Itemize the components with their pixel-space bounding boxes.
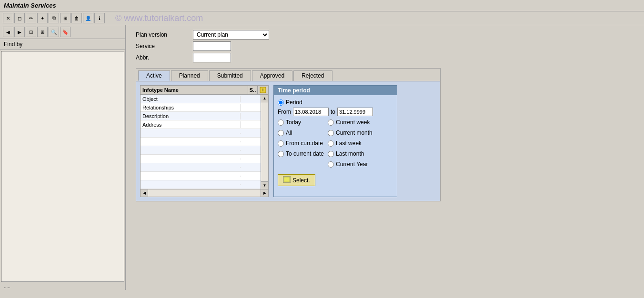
- all-label: All: [286, 129, 292, 136]
- table-rows: Object Relationships: [141, 95, 261, 189]
- edit-btn[interactable]: ✏: [26, 13, 36, 23]
- last-week-radio[interactable]: [328, 140, 334, 147]
- plan-version-select[interactable]: Current plan Plan 1 Plan 2: [193, 30, 269, 40]
- infotype-table-header: Infotype Name S.. i: [141, 86, 268, 95]
- scroll-right-btn[interactable]: ▶: [261, 189, 268, 197]
- time-period-title: Time period: [274, 86, 397, 95]
- tab-approved[interactable]: Approved: [252, 70, 292, 81]
- nav-page-first[interactable]: ⊡: [26, 27, 36, 37]
- select-btn-label: Select.: [292, 177, 310, 184]
- scroll-track: [261, 102, 268, 181]
- tab-submitted[interactable]: Submitted: [209, 70, 251, 81]
- copy-btn[interactable]: ⧉: [49, 13, 59, 23]
- info-btn[interactable]: ℹ: [94, 13, 105, 23]
- to-curr-label: To current date: [286, 150, 324, 157]
- curr-year-radio[interactable]: [328, 161, 334, 168]
- from-to-row: From to: [278, 108, 393, 116]
- tab-planned[interactable]: Planned: [171, 70, 208, 81]
- infotype-table: Infotype Name S.. i Object: [140, 85, 269, 197]
- main-toolbar: ✕ ◻ ✏ ✦ ⧉ ⊞ 🗑 👤 ℹ © www.tutorialkart.com: [0, 11, 644, 25]
- form-section: Plan version Current plan Plan 1 Plan 2 …: [136, 30, 634, 62]
- nav-find[interactable]: 🔍: [49, 27, 59, 37]
- from-input[interactable]: [293, 108, 329, 116]
- tabs-container: Active Planned Submitted Approved Reject…: [136, 68, 441, 201]
- all-radio-row: All: [278, 129, 324, 136]
- curr-month-radio[interactable]: [328, 130, 334, 136]
- table-row[interactable]: [141, 172, 261, 180]
- scroll-up-btn[interactable]: ▲: [261, 95, 268, 102]
- tab-rejected[interactable]: Rejected: [293, 70, 332, 81]
- period-radio[interactable]: [278, 99, 284, 106]
- last-week-label: Last week: [336, 140, 362, 147]
- to-curr-radio-row: To current date: [278, 150, 324, 157]
- col-header-s: S..: [248, 86, 258, 94]
- last-month-label: Last month: [336, 150, 364, 157]
- table-row[interactable]: [141, 155, 261, 163]
- table-row[interactable]: Relationships: [141, 103, 261, 112]
- table-row-container: Object Relationships: [141, 95, 268, 189]
- from-curr-radio[interactable]: [278, 140, 284, 147]
- main-content: ◀ ▶ ⊡ ⊞ 🔍 🔖 Find by ..... Plan version C…: [0, 25, 644, 290]
- scroll-down-btn[interactable]: ▼: [261, 181, 268, 189]
- curr-week-radio[interactable]: [328, 119, 334, 126]
- today-radio-row: Today: [278, 119, 324, 126]
- table-row[interactable]: [141, 146, 261, 155]
- table-row[interactable]: [141, 129, 261, 138]
- service-input[interactable]: [193, 41, 231, 51]
- abbr-row: Abbr.: [136, 53, 634, 62]
- person-btn[interactable]: 👤: [83, 13, 93, 23]
- left-panel-body: [1, 51, 124, 282]
- hscroll-track: [148, 189, 261, 197]
- table-row[interactable]: [141, 163, 261, 172]
- table-hscrollbar: ◀ ▶: [141, 189, 268, 197]
- service-row: Service: [136, 41, 634, 51]
- table-row[interactable]: Description: [141, 112, 261, 120]
- time-period-body: Period From to: [274, 95, 397, 190]
- plan-version-label: Plan version: [136, 31, 193, 38]
- nav-page-last[interactable]: ⊞: [37, 27, 48, 37]
- pointer-btn[interactable]: ✦: [37, 13, 48, 23]
- two-col-radios: Today All From curr.date: [278, 119, 393, 169]
- nav-arrow-right[interactable]: ▶: [14, 27, 25, 37]
- curr-year-radio-row: Current Year: [328, 161, 372, 168]
- table-row[interactable]: [141, 180, 261, 189]
- last-month-radio[interactable]: [328, 151, 334, 157]
- from-curr-radio-row: From curr.date: [278, 140, 324, 147]
- to-input[interactable]: [337, 108, 373, 116]
- all-radio[interactable]: [278, 130, 284, 136]
- left-panel: ◀ ▶ ⊡ ⊞ 🔍 🔖 Find by .....: [0, 25, 126, 290]
- delete-btn[interactable]: 🗑: [71, 13, 82, 23]
- time-period-panel: Time period Period From to: [273, 85, 397, 197]
- select-icon: [283, 176, 291, 184]
- nav-arrow-left[interactable]: ◀: [3, 27, 13, 37]
- nav-bookmark[interactable]: 🔖: [60, 27, 70, 37]
- copy2-btn[interactable]: ⊞: [60, 13, 70, 23]
- infotype-section: Infotype Name S.. i Object: [140, 85, 269, 197]
- today-radio[interactable]: [278, 119, 284, 126]
- curr-week-label: Current week: [336, 119, 370, 126]
- scroll-left-btn[interactable]: ◀: [141, 189, 148, 197]
- radio-col-right: Current week Current month Last week: [328, 119, 372, 169]
- from-label: From: [278, 109, 291, 115]
- curr-month-radio-row: Current month: [328, 129, 372, 136]
- table-row[interactable]: [141, 138, 261, 146]
- tabs-header: Active Planned Submitted Approved Reject…: [136, 69, 440, 81]
- curr-week-radio-row: Current week: [328, 119, 372, 126]
- abbr-input[interactable]: [193, 53, 231, 62]
- select-button[interactable]: Select.: [278, 174, 315, 186]
- to-curr-radio[interactable]: [278, 151, 284, 157]
- tab-active[interactable]: Active: [138, 70, 170, 81]
- watermark: © www.tutorialkart.com: [115, 13, 203, 23]
- svg-rect-3: [284, 177, 290, 182]
- exit-btn[interactable]: ✕: [3, 13, 13, 23]
- col-header-icon: i: [258, 86, 268, 94]
- curr-month-label: Current month: [336, 129, 372, 136]
- find-by-label: Find by: [4, 41, 22, 48]
- table-row[interactable]: Object: [141, 95, 261, 103]
- last-month-radio-row: Last month: [328, 150, 372, 157]
- find-by-bar: Find by: [0, 39, 125, 50]
- radio-col-left: Today All From curr.date: [278, 119, 324, 169]
- back-btn[interactable]: ◻: [14, 13, 25, 23]
- title-bar: Maintain Services: [0, 0, 644, 11]
- table-row[interactable]: Address: [141, 120, 261, 129]
